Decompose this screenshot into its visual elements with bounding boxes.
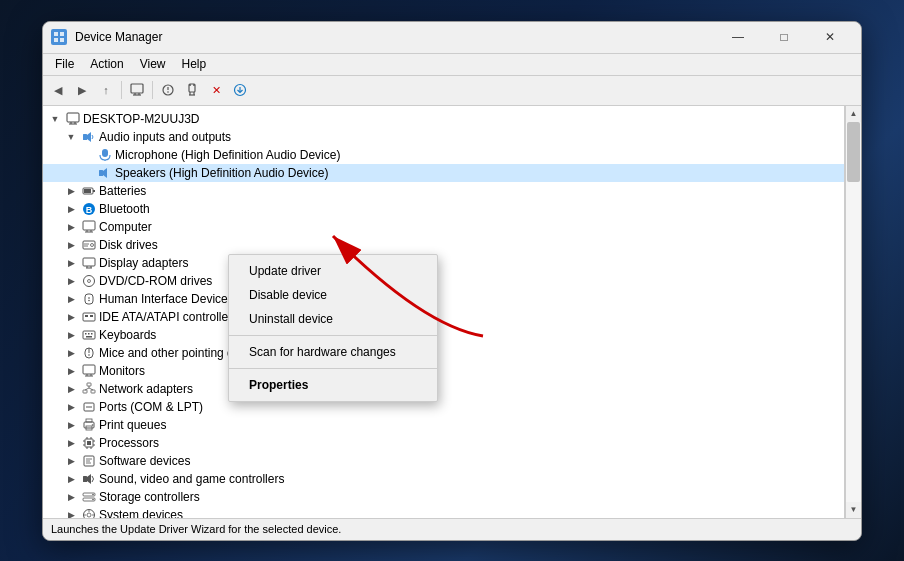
svg-rect-92 bbox=[83, 476, 87, 482]
tree-processors[interactable]: ▶ Processors bbox=[43, 434, 844, 452]
ctx-uninstall-device[interactable]: Uninstall device bbox=[229, 307, 437, 331]
software-icon bbox=[81, 453, 97, 469]
svg-rect-66 bbox=[91, 390, 95, 393]
tree-hid[interactable]: ▶ Human Interface Devices bbox=[43, 290, 844, 308]
expand-bluetooth[interactable]: ▶ bbox=[63, 201, 79, 217]
expand-software[interactable]: ▶ bbox=[63, 453, 79, 469]
menu-help[interactable]: Help bbox=[174, 55, 215, 73]
scroll-down-button[interactable]: ▼ bbox=[846, 502, 861, 518]
tree-speakers[interactable]: Speakers (High Definition Audio Device) bbox=[43, 164, 844, 182]
expand-processors[interactable]: ▶ bbox=[63, 435, 79, 451]
tree-monitors[interactable]: ▶ Monitors bbox=[43, 362, 844, 380]
tree-storage[interactable]: ▶ Storage controllers bbox=[43, 488, 844, 506]
tree-mice[interactable]: ▶ Mice and other pointing devices bbox=[43, 344, 844, 362]
ctx-update-driver[interactable]: Update driver bbox=[229, 259, 437, 283]
minimize-button[interactable]: — bbox=[715, 21, 761, 53]
ctx-scan-hardware[interactable]: Scan for hardware changes bbox=[229, 340, 437, 364]
tree-system[interactable]: ▶ System devices bbox=[43, 506, 844, 518]
expand-root[interactable]: ▼ bbox=[47, 111, 63, 127]
ctx-disable-device[interactable]: Disable device bbox=[229, 283, 437, 307]
expand-keyboard[interactable]: ▶ bbox=[63, 327, 79, 343]
tree-display[interactable]: ▶ Display adapters bbox=[43, 254, 844, 272]
dvd-label: DVD/CD-ROM drives bbox=[99, 274, 212, 288]
svg-point-44 bbox=[84, 275, 95, 286]
scroll-thumb[interactable] bbox=[847, 122, 860, 182]
toolbar: ◀ ▶ ↑ bbox=[43, 76, 861, 106]
vertical-scrollbar[interactable]: ▲ ▼ bbox=[845, 106, 861, 518]
tree-batteries[interactable]: ▶ Batteries bbox=[43, 182, 844, 200]
disk-label: Disk drives bbox=[99, 238, 158, 252]
menu-view[interactable]: View bbox=[132, 55, 174, 73]
expand-batteries[interactable]: ▶ bbox=[63, 183, 79, 199]
expand-storage[interactable]: ▶ bbox=[63, 489, 79, 505]
tree-software[interactable]: ▶ Software devices bbox=[43, 452, 844, 470]
tree-ports[interactable]: ▶ Ports (COM & LPT) bbox=[43, 398, 844, 416]
expand-mice[interactable]: ▶ bbox=[63, 345, 79, 361]
remove-button[interactable]: ✕ bbox=[205, 79, 227, 101]
menubar: File Action View Help bbox=[43, 54, 861, 76]
svg-point-59 bbox=[88, 354, 90, 356]
expand-dvd[interactable]: ▶ bbox=[63, 273, 79, 289]
svg-point-95 bbox=[92, 493, 94, 495]
expand-network[interactable]: ▶ bbox=[63, 381, 79, 397]
tree-microphone[interactable]: Microphone (High Definition Audio Device… bbox=[43, 146, 844, 164]
tree-print[interactable]: ▶ Print queues bbox=[43, 416, 844, 434]
expand-system[interactable]: ▶ bbox=[63, 507, 79, 518]
scroll-up-button[interactable]: ▲ bbox=[846, 106, 861, 122]
expand-computer[interactable]: ▶ bbox=[63, 219, 79, 235]
menu-action[interactable]: Action bbox=[82, 55, 131, 73]
menu-file[interactable]: File bbox=[47, 55, 82, 73]
tree-bluetooth[interactable]: ▶ B Bluetooth bbox=[43, 200, 844, 218]
scan-button[interactable] bbox=[157, 79, 179, 101]
device-tree[interactable]: ▼ DESKTOP-M2UUJ3D ▼ bbox=[43, 106, 845, 518]
svg-rect-52 bbox=[83, 331, 95, 339]
tree-ide[interactable]: ▶ IDE ATA/ATAPI controllers bbox=[43, 308, 844, 326]
mouse-icon bbox=[81, 345, 97, 361]
maximize-button[interactable]: □ bbox=[761, 21, 807, 53]
expand-monitors[interactable]: ▶ bbox=[63, 363, 79, 379]
tree-keyboard[interactable]: ▶ Keyboards bbox=[43, 326, 844, 344]
expand-display[interactable]: ▶ bbox=[63, 255, 79, 271]
svg-line-69 bbox=[89, 388, 93, 390]
svg-point-77 bbox=[92, 424, 94, 426]
mic-label: Microphone (High Definition Audio Device… bbox=[115, 148, 340, 162]
scroll-track[interactable] bbox=[846, 122, 861, 502]
disk-icon bbox=[81, 237, 97, 253]
expand-print[interactable]: ▶ bbox=[63, 417, 79, 433]
back-button[interactable]: ◀ bbox=[47, 79, 69, 101]
keyboard-icon bbox=[81, 327, 97, 343]
system-icon bbox=[81, 507, 97, 518]
network-icon bbox=[81, 381, 97, 397]
tree-root[interactable]: ▼ DESKTOP-M2UUJ3D bbox=[43, 110, 844, 128]
audio-label: Audio inputs and outputs bbox=[99, 130, 231, 144]
status-text: Launches the Update Driver Wizard for th… bbox=[51, 523, 341, 535]
computer-button[interactable] bbox=[126, 79, 148, 101]
close-button[interactable]: ✕ bbox=[807, 21, 853, 53]
tree-sound[interactable]: ▶ Sound, video and game controllers bbox=[43, 470, 844, 488]
expand-audio[interactable]: ▼ bbox=[63, 129, 79, 145]
plugin-button[interactable] bbox=[181, 79, 203, 101]
tree-disk[interactable]: ▶ Disk drives bbox=[43, 236, 844, 254]
up-button[interactable]: ↑ bbox=[95, 79, 117, 101]
expand-ports[interactable]: ▶ bbox=[63, 399, 79, 415]
expand-ide[interactable]: ▶ bbox=[63, 309, 79, 325]
audio-icon bbox=[81, 129, 97, 145]
expand-hid[interactable]: ▶ bbox=[63, 291, 79, 307]
display-label: Display adapters bbox=[99, 256, 188, 270]
tree-computer[interactable]: ▶ Computer bbox=[43, 218, 844, 236]
tree-network[interactable]: ▶ Network adapters bbox=[43, 380, 844, 398]
expand-disk[interactable]: ▶ bbox=[63, 237, 79, 253]
bluetooth-label: Bluetooth bbox=[99, 202, 150, 216]
statusbar: Launches the Update Driver Wizard for th… bbox=[43, 518, 861, 540]
tree-dvd[interactable]: ▶ DVD/CD-ROM drives bbox=[43, 272, 844, 290]
keyboards-label: Keyboards bbox=[99, 328, 156, 342]
ctx-separator-2 bbox=[229, 368, 437, 369]
tree-audio[interactable]: ▼ Audio inputs and outputs bbox=[43, 128, 844, 146]
svg-rect-28 bbox=[84, 189, 91, 193]
download-button[interactable] bbox=[229, 79, 251, 101]
computer-label: Computer bbox=[99, 220, 152, 234]
forward-button[interactable]: ▶ bbox=[71, 79, 93, 101]
ctx-properties[interactable]: Properties bbox=[229, 373, 437, 397]
window-controls: — □ ✕ bbox=[715, 21, 853, 53]
expand-sound[interactable]: ▶ bbox=[63, 471, 79, 487]
